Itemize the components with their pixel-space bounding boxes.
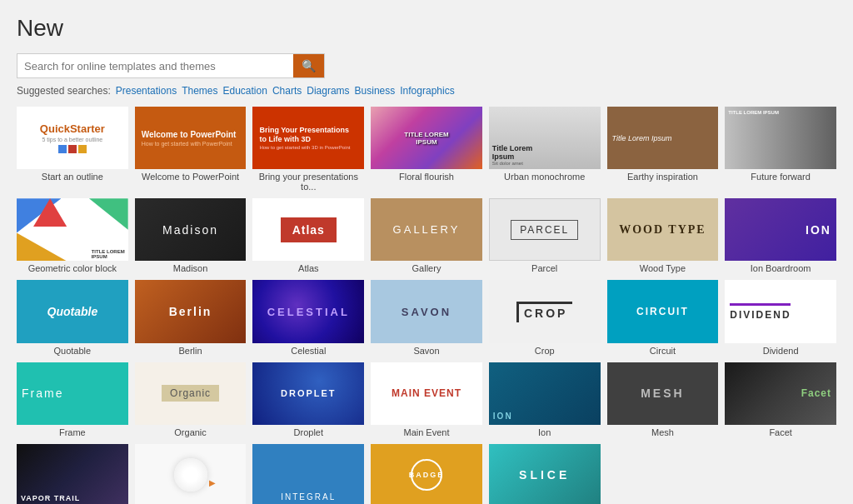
template-label-dividend: Dividend <box>763 346 799 356</box>
template-quotable[interactable]: Quotable Quotable <box>17 280 128 355</box>
suggested-infographics[interactable]: Infographics <box>400 85 454 97</box>
template-circuit[interactable]: CIRCUIT Circuit <box>607 280 719 355</box>
search-bar: 🔍 <box>17 53 325 78</box>
template-droplet[interactable]: DROPLET Droplet <box>252 362 364 437</box>
template-label-quickstarter: Start an outline <box>42 172 103 182</box>
template-label-droplet: Droplet <box>294 427 323 437</box>
template-bring[interactable]: Bring Your Presentationsto Life with 3D … <box>252 107 364 192</box>
template-earthy[interactable]: Title Lorem Ipsum Earthy inspiration <box>607 107 719 192</box>
template-vaportrail[interactable]: VAPOR TRAIL Vapor Trail <box>17 444 128 504</box>
template-dividend[interactable]: DIVIDEND Dividend <box>725 280 836 355</box>
template-label-ion: Ion <box>538 427 551 437</box>
template-madison[interactable]: Madison Madison <box>135 198 247 273</box>
template-label-frame: Frame <box>59 427 86 437</box>
template-gallery[interactable]: GALLERY Gallery <box>371 198 482 273</box>
template-atlas[interactable]: Atlas Atlas <box>252 198 364 273</box>
suggested-label: Suggested searches: <box>17 85 111 97</box>
template-mainevent[interactable]: MAIN EVENT Main Event <box>371 362 482 437</box>
template-integral[interactable]: INTEGRAL Integral <box>252 444 364 504</box>
template-label-atlas: Atlas <box>298 263 318 273</box>
template-organic[interactable]: Organic Organic <box>135 362 247 437</box>
template-quickstarter[interactable]: QuickStarter 5 tips to a better outline … <box>17 107 128 192</box>
template-savon[interactable]: SAVON Savon <box>371 280 482 355</box>
template-ion-boardroom[interactable]: ION Ion Boardroom <box>725 198 836 273</box>
template-berlin[interactable]: Berlin Berlin <box>135 280 247 355</box>
template-celestial[interactable]: CELESTIAL Celestial <box>252 280 364 355</box>
template-facet[interactable]: Facet Facet <box>725 362 836 437</box>
page-title: New <box>17 15 836 42</box>
template-parcel[interactable]: PARCEL Parcel <box>489 198 601 273</box>
template-label-celestial: Celestial <box>291 346 326 356</box>
suggested-diagrams[interactable]: Diagrams <box>307 85 349 97</box>
template-welcome[interactable]: Welcome to PowerPoint How to get started… <box>135 107 247 192</box>
template-ion[interactable]: ION Ion <box>489 362 601 437</box>
template-label-bring: Bring your presentations to... <box>252 172 364 192</box>
template-label-welcome: Welcome to PowerPoint <box>142 172 239 182</box>
template-label-woodtype: Wood Type <box>640 263 686 273</box>
template-label-earthy: Earthy inspiration <box>627 172 698 182</box>
suggested-education[interactable]: Education <box>223 85 267 97</box>
template-label-facet: Facet <box>769 427 792 437</box>
template-woodtype[interactable]: WOOD TYPE Wood Type <box>607 198 719 273</box>
template-label-madison: Madison <box>173 263 208 273</box>
templates-grid: QuickStarter 5 tips to a better outline … <box>17 107 836 504</box>
search-button[interactable]: 🔍 <box>293 54 324 77</box>
template-label-berlin: Berlin <box>179 346 202 356</box>
template-label-quotable: Quotable <box>54 346 92 356</box>
search-input[interactable] <box>17 55 293 77</box>
template-label-future: Future forward <box>751 172 811 182</box>
template-label-floral: Floral flourish <box>399 172 454 182</box>
template-wisp[interactable]: ▶ Wisp <box>135 444 247 504</box>
suggested-presentations[interactable]: Presentations <box>116 85 177 97</box>
template-label-ion-boardroom: Ion Boardroom <box>751 263 811 273</box>
page-container: New 🔍 Suggested searches: Presentations … <box>0 0 853 504</box>
template-frame[interactable]: Frame Frame <box>17 362 128 437</box>
template-badge[interactable]: BADGE Badge <box>371 444 482 504</box>
template-crop[interactable]: CROP Crop <box>489 280 601 355</box>
template-label-organic: Organic <box>174 427 207 437</box>
suggested-charts[interactable]: Charts <box>272 85 302 97</box>
template-geo[interactable]: TITLE LOREMIPSUM Geometric color block <box>17 198 128 273</box>
template-future[interactable]: TITLE LOREM IPSUM Future forward <box>725 107 836 192</box>
suggested-themes[interactable]: Themes <box>182 85 217 97</box>
template-label-crop: Crop <box>535 346 555 356</box>
template-floral[interactable]: TITLE LOREMIPSUM Floral flourish <box>371 107 482 192</box>
template-label-mesh: Mesh <box>651 427 674 437</box>
template-mesh[interactable]: MESH Mesh <box>607 362 719 437</box>
suggested-business[interactable]: Business <box>355 85 396 97</box>
template-label-gallery: Gallery <box>412 263 441 273</box>
template-label-urban: Urban monochrome <box>504 172 585 182</box>
suggested-row: Suggested searches: Presentations Themes… <box>17 85 836 97</box>
template-label-mainevent: Main Event <box>403 427 449 437</box>
template-urban[interactable]: Title LoremIpsum Sit dolor amet Urban mo… <box>489 107 601 192</box>
template-label-savon: Savon <box>413 346 439 356</box>
template-label-geo: Geometric color block <box>28 263 117 273</box>
template-label-circuit: Circuit <box>650 346 676 356</box>
template-label-parcel: Parcel <box>531 263 557 273</box>
template-slice[interactable]: SLICE Slice <box>489 444 601 504</box>
